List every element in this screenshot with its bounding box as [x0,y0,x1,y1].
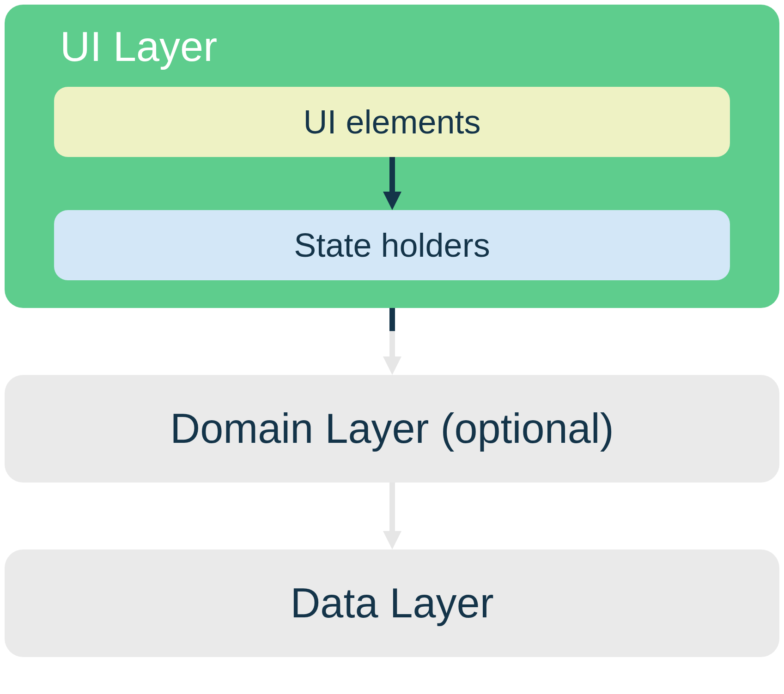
arrow-down-icon [381,483,404,549]
ui-layer-container: UI Layer UI elements State holders [5,5,779,308]
domain-layer-box: Domain Layer (optional) [5,375,779,483]
svg-marker-6 [383,531,401,549]
arrow-down-icon [381,308,404,375]
architecture-diagram: UI Layer UI elements State holders Domai… [5,5,779,657]
svg-marker-1 [383,192,401,210]
data-layer-box: Data Layer [5,549,779,657]
arrow-down-icon [381,157,404,210]
svg-marker-4 [383,356,401,375]
ui-elements-box: UI elements [54,87,730,157]
state-holders-box: State holders [54,210,730,280]
ui-layer-title: UI Layer [60,23,217,71]
